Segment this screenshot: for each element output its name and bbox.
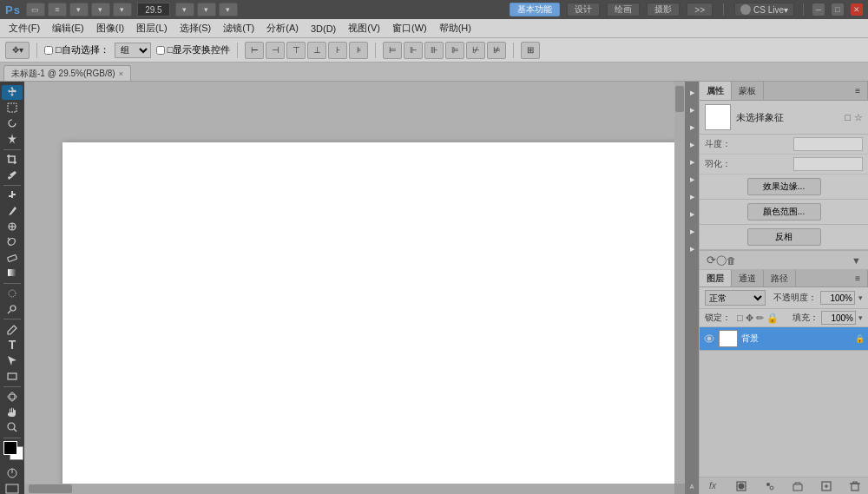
layers-mask-btn[interactable] (733, 479, 749, 493)
tab-properties[interactable]: 属性 (700, 82, 732, 100)
foreground-color-box[interactable] (3, 441, 17, 455)
tool-gradient[interactable] (2, 266, 23, 280)
auto-select-checkbox[interactable]: □自动选择： (44, 43, 109, 56)
tool-marquee[interactable] (2, 101, 23, 115)
mini-btn-ai[interactable]: A (686, 478, 698, 494)
adj-icon-star[interactable]: ☆ (854, 112, 863, 123)
menu-file[interactable]: 文件(F) (3, 20, 45, 36)
tool-screen-mode[interactable] (2, 483, 23, 494)
tool-brush[interactable] (2, 204, 23, 219)
vertical-scroll-thumb[interactable] (675, 86, 684, 112)
dist-left[interactable]: ⊨ (383, 42, 402, 59)
zoom-icon-3[interactable]: ▾ (219, 3, 238, 16)
mini-btn-5[interactable]: ▶ (686, 155, 698, 170)
menu-edit[interactable]: 编辑(E) (47, 20, 89, 36)
fill-input[interactable] (821, 311, 856, 325)
doc-tab-1[interactable]: 未标题-1 @ 29.5%(RGB/8) × (3, 65, 131, 81)
dist-bottom[interactable]: ⊭ (487, 42, 506, 59)
workspace-btn-paint[interactable]: 绘画 (607, 3, 640, 16)
layer-visibility-eye[interactable] (703, 333, 715, 345)
tool-zoom[interactable] (2, 420, 23, 435)
menu-3d[interactable]: 3D(D) (306, 22, 341, 36)
tool-hand[interactable] (2, 405, 23, 419)
dist-h-center[interactable]: ⊩ (404, 42, 423, 59)
layers-tab-layers[interactable]: 图层 (700, 270, 732, 287)
mini-btn-1[interactable]: ▶ (686, 85, 698, 101)
align-top[interactable]: ⊥ (307, 42, 326, 59)
close-btn[interactable]: ✕ (851, 3, 863, 16)
workspace-btn-photo[interactable]: 摄影 (647, 3, 680, 16)
tool-lasso[interactable] (2, 116, 23, 131)
align-h-center[interactable]: ⊣ (266, 42, 285, 59)
auto-select-check[interactable] (44, 46, 53, 55)
layers-new-btn[interactable] (819, 479, 834, 493)
show-transform-check[interactable] (156, 46, 165, 55)
tool-shape[interactable] (2, 369, 23, 384)
show-transform-checkbox[interactable]: □显示变换控件 (156, 43, 231, 56)
feather-input[interactable] (793, 157, 863, 171)
layers-tab-paths[interactable]: 路径 (764, 270, 796, 287)
mini-btn-6[interactable]: ▶ (686, 172, 698, 188)
align-bottom[interactable]: ⊧ (349, 42, 368, 59)
zoom-icon-2[interactable]: ▾ (197, 3, 216, 16)
tool-quick-mask[interactable] (2, 466, 23, 481)
layers-adj-btn[interactable] (762, 479, 778, 493)
minimize-btn[interactable]: ─ (812, 3, 825, 16)
align-right[interactable]: ⊤ (286, 42, 306, 59)
dist-v-center[interactable]: ⊬ (466, 42, 485, 59)
tool-pen[interactable] (2, 322, 23, 337)
zoom-input[interactable] (137, 3, 170, 16)
tool-history-brush[interactable] (2, 234, 23, 249)
layer-item-background[interactable]: 背景 🔒 (700, 327, 868, 351)
mini-btn-7[interactable]: ▶ (686, 189, 698, 205)
zoom-dropdown[interactable]: ▾ (175, 3, 194, 16)
auto-select-type[interactable]: 组 图层 (115, 43, 151, 58)
dist-right[interactable]: ⊪ (424, 42, 444, 59)
menu-image[interactable]: 图像(I) (91, 20, 129, 36)
mini-btn-9[interactable]: ▶ (686, 224, 698, 240)
layers-delete-btn[interactable] (847, 479, 863, 493)
lock-icon-all[interactable]: 🔒 (766, 313, 779, 324)
panel-menu-btn[interactable]: ≡ (848, 82, 868, 100)
horizontal-scrollbar[interactable] (24, 484, 674, 494)
dist-top[interactable]: ⊫ (445, 42, 464, 59)
align-v-center[interactable]: ⊦ (328, 42, 347, 59)
vertical-scrollbar[interactable] (674, 82, 685, 484)
maximize-btn[interactable]: □ (832, 3, 844, 16)
blend-mode-select[interactable]: 正常 溶解 (705, 290, 766, 306)
tool-3d-rotate[interactable] (2, 389, 23, 404)
adj-footer-btn-trash[interactable]: 🗑 (727, 255, 736, 266)
density-input[interactable] (793, 137, 863, 151)
fill-dropdown[interactable]: ▾ (858, 313, 863, 322)
tool-path-select[interactable] (2, 353, 23, 368)
tool-healing[interactable] (2, 188, 23, 203)
tool-blur[interactable] (2, 287, 23, 301)
workspace-btn-more[interactable]: >> (687, 3, 713, 16)
adj-icon-grid[interactable]: □ (845, 112, 851, 123)
auto-align-btn[interactable]: ⊞ (521, 42, 540, 59)
workspace-btn-basic[interactable]: 基本功能 (510, 3, 560, 16)
tool-dodge[interactable] (2, 301, 23, 316)
menu-window[interactable]: 窗口(W) (387, 20, 432, 36)
lock-icon-move[interactable]: ✥ (746, 313, 753, 324)
layers-fx-btn[interactable]: fx (705, 479, 720, 493)
menu-view[interactable]: 视图(V) (343, 20, 385, 36)
tool-crop[interactable] (2, 152, 23, 167)
layers-tab-channels[interactable]: 通道 (732, 270, 764, 287)
tb-icon-4[interactable]: ▾ (91, 3, 110, 16)
tab-mask[interactable]: 蒙板 (732, 82, 764, 100)
mini-btn-4[interactable]: ▶ (686, 137, 698, 153)
menu-select[interactable]: 选择(S) (174, 20, 217, 36)
opacity-input[interactable] (820, 291, 855, 305)
tool-magic-wand[interactable] (2, 132, 23, 147)
tool-eyedropper[interactable] (2, 168, 23, 182)
canvas-document[interactable] (62, 142, 679, 494)
refine-edge-btn[interactable]: 效果边缘... (747, 178, 821, 195)
horizontal-scroll-thumb[interactable] (29, 484, 72, 493)
tool-clone[interactable] (2, 219, 23, 234)
move-tool-opt-btn[interactable]: ✥▾ (5, 42, 30, 59)
tb-icon-2[interactable]: ≡ (48, 3, 67, 16)
cs-live-btn[interactable]: CS Live▾ (734, 3, 794, 16)
color-range-btn[interactable]: 颜色范围... (747, 203, 821, 221)
tool-move[interactable] (2, 85, 23, 100)
